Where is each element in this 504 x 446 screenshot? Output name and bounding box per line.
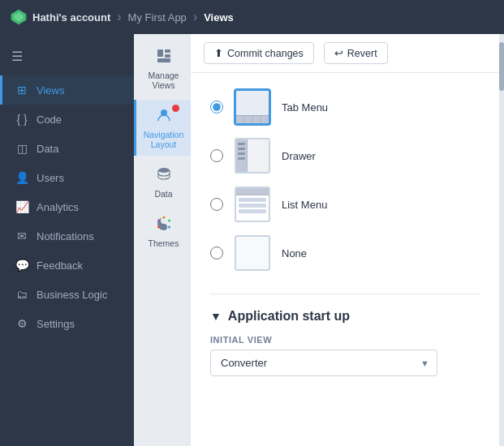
settings-icon: ⚙ [15,317,28,330]
top-nav: Hathi's account › My First App › Views [0,0,504,34]
toolbar: ⬆ Commit changes ↩ Revert [191,34,499,73]
drawer-radio[interactable] [210,149,223,162]
submenu-data[interactable]: Data [134,159,191,205]
svg-point-11 [157,220,160,222]
tab-menu-label: Tab Menu [282,101,328,114]
nav-options: Tab Menu [210,89,480,271]
list-menu-label: List Menu [282,199,327,211]
main-content: ⬆ Commit changes ↩ Revert [191,34,499,446]
hamburger-button[interactable]: ☰ [0,41,134,75]
breadcrumb-sep-1: › [117,10,121,24]
breadcrumb-app[interactable]: My First App [128,11,187,24]
sidebar-item-label: Analytics [37,201,79,213]
submenu-navigation-layout-label: Navigation Layout [141,130,186,149]
scroll-thumb[interactable] [499,42,504,91]
tab-menu-radio[interactable] [210,101,223,114]
sidebar-item-label: Business Logic [37,289,107,301]
breadcrumb-sep-2: › [193,10,197,24]
none-radio[interactable] [210,247,223,259]
nav-option-tab-menu[interactable]: Tab Menu [210,89,480,125]
sidebar-item-analytics[interactable]: 📈 Analytics [0,192,134,221]
revert-button[interactable]: ↩ Revert [324,42,388,64]
submenu-data-icon [155,165,173,187]
sidebar-item-label: Notifications [37,230,94,242]
initial-view-label: Initial view [210,335,480,345]
views-icon: ⊞ [15,84,28,96]
sidebar-item-views[interactable]: ⊞ Views [0,75,134,105]
commit-icon: ⬆ [214,47,223,59]
nav-option-drawer[interactable]: Drawer [210,138,480,174]
sidebar-item-feedback[interactable]: 💬 Feedback [0,251,134,280]
initial-view-select-wrapper: Converter Dashboard Home Settings ▼ [210,350,437,376]
sidebar-item-label: Code [37,114,62,126]
submenu-themes-label: Themes [149,238,179,248]
breadcrumb-page: Views [204,11,234,24]
main-layout: ☰ ⊞ Views { } Code ◫ Data 👤 Users 📈 Anal… [0,34,504,446]
sidebar-item-code[interactable]: { } Code [0,105,134,134]
none-label: None [282,247,307,259]
content-area: Tab Menu [191,73,499,446]
sidebar-item-label: Settings [37,318,75,330]
svg-point-8 [162,217,165,219]
sidebar-item-notifications[interactable]: ✉ Notifications [0,221,134,251]
sidebar: ☰ ⊞ Views { } Code ◫ Data 👤 Users 📈 Anal… [0,34,134,446]
submenu-navigation-layout[interactable]: Navigation Layout [134,100,191,156]
manage-views-icon [155,47,173,69]
svg-point-12 [157,226,160,229]
sidebar-item-label: Data [37,143,58,155]
submenu-data-label: Data [154,189,172,199]
tab-menu-preview [235,89,270,125]
navigation-layout-icon [155,106,173,128]
section-title: Application start up [228,309,350,324]
svg-rect-2 [157,49,163,57]
drawer-preview [235,138,270,174]
sidebar-item-label: Feedback [37,259,83,272]
section-header: ▼ Application start up [210,309,480,324]
submenu-manage-views-label: Manage Views [141,71,186,90]
svg-point-7 [158,168,170,173]
svg-rect-3 [165,49,170,53]
data-icon: ◫ [15,142,28,155]
submenu-themes[interactable]: Themes [134,208,191,255]
section-toggle[interactable]: ▼ [210,310,222,323]
list-menu-radio[interactable] [210,198,223,211]
notifications-icon: ✉ [15,229,28,242]
initial-view-select[interactable]: Converter Dashboard Home Settings [210,350,437,376]
business-logic-icon: 🗂 [15,288,28,301]
list-menu-preview [235,187,270,222]
sidebar-item-label: Views [37,84,64,96]
account-logo[interactable]: Hathi's account [10,8,110,26]
svg-point-9 [168,220,170,222]
feedback-icon: 💬 [15,259,28,272]
svg-point-10 [168,226,170,229]
submenu-manage-views[interactable]: Manage Views [134,41,191,96]
nav-option-list-menu[interactable]: List Menu [210,187,480,222]
nav-option-none[interactable]: None [210,235,480,271]
sidebar-item-settings[interactable]: ⚙ Settings [0,309,134,338]
initial-view-field: Initial view Converter Dashboard Home Se… [210,335,480,376]
sidebar-item-label: Users [37,172,64,184]
submenu: Manage Views Navigation Layout Data [134,34,191,446]
analytics-icon: 📈 [15,200,28,213]
svg-rect-4 [165,54,170,58]
revert-icon: ↩ [334,47,343,59]
none-preview [235,235,270,271]
app-startup-section: ▼ Application start up Initial view Conv… [210,309,480,376]
drawer-label: Drawer [282,150,316,162]
users-icon: 👤 [15,171,28,184]
svg-rect-5 [157,58,170,62]
scroll-indicator[interactable] [499,34,504,446]
commit-changes-button[interactable]: ⬆ Commit changes [204,42,314,64]
account-label: Hathi's account [32,11,110,24]
sidebar-item-users[interactable]: 👤 Users [0,163,134,192]
code-icon: { } [15,113,28,126]
themes-icon [155,215,173,237]
navigation-layout-badge [172,105,179,112]
sidebar-item-data[interactable]: ◫ Data [0,134,134,163]
sidebar-item-business-logic[interactable]: 🗂 Business Logic [0,280,134,309]
